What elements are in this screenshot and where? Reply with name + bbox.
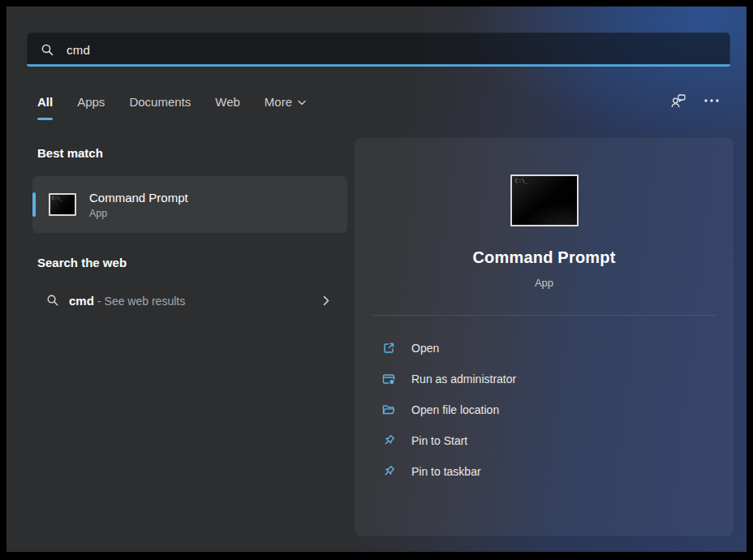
web-suffix: - See web results <box>97 295 185 308</box>
app-title: Command Prompt <box>355 248 734 267</box>
search-web-heading: Search the web <box>37 256 127 269</box>
account-feedback-icon[interactable] <box>668 90 689 111</box>
web-query: cmd <box>69 294 94 308</box>
best-match-heading: Best match <box>37 146 103 160</box>
action-open[interactable]: Open <box>355 333 734 364</box>
web-result-item[interactable]: cmd - See web results <box>32 283 347 317</box>
tab-apps[interactable]: Apps <box>77 93 105 112</box>
chevron-down-icon <box>298 100 306 106</box>
pin-icon <box>381 433 396 448</box>
best-match-item[interactable]: C:\_ Command Prompt App <box>32 176 347 233</box>
open-external-icon <box>381 341 396 355</box>
tab-all[interactable]: All <box>37 93 53 112</box>
topbar-icons <box>668 90 722 111</box>
folder-icon <box>381 403 396 417</box>
action-open-file-location[interactable]: Open file location <box>355 394 734 425</box>
filter-tabs: All Apps Documents Web More <box>37 93 306 112</box>
run-as-admin-icon <box>381 372 396 386</box>
tab-more[interactable]: More <box>265 93 306 112</box>
search-flyout-window: All Apps Documents Web More <box>6 6 747 552</box>
preview-panel: C:\_ Command Prompt App Open <box>355 138 734 536</box>
ellipsis-icon[interactable] <box>701 90 722 111</box>
tab-documents[interactable]: Documents <box>129 93 191 112</box>
action-list: Open Run as administrator <box>355 333 734 487</box>
action-pin-to-start[interactable]: Pin to Start <box>355 425 734 456</box>
pin-icon <box>381 464 396 479</box>
action-pin-to-taskbar[interactable]: Pin to taskbar <box>355 456 734 487</box>
search-icon <box>41 43 54 57</box>
divider <box>372 315 716 316</box>
best-match-title: Command Prompt <box>89 190 188 205</box>
app-subtitle: App <box>355 277 734 289</box>
command-prompt-icon-large: C:\_ <box>510 174 579 226</box>
tab-web[interactable]: Web <box>215 93 240 112</box>
selection-accent-bar <box>32 192 36 217</box>
action-run-as-administrator[interactable]: Run as administrator <box>355 364 734 394</box>
search-icon <box>46 294 59 307</box>
chevron-right-icon <box>323 295 329 306</box>
search-bar[interactable] <box>27 32 730 67</box>
search-input[interactable] <box>65 42 730 58</box>
command-prompt-icon: C:\_ <box>49 193 76 216</box>
best-match-subtitle: App <box>89 208 188 219</box>
